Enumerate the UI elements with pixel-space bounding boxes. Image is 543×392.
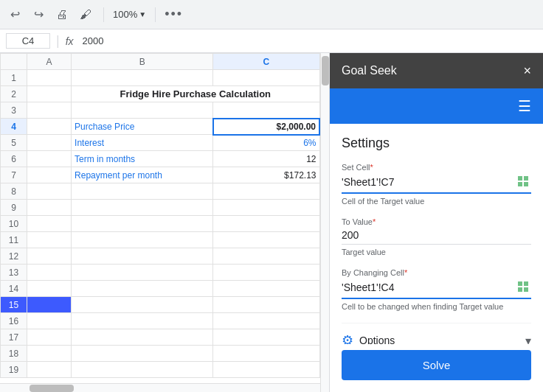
row-num-3: 3 <box>1 102 27 119</box>
row-num-2: 2 <box>1 86 27 102</box>
cell-a3[interactable] <box>27 102 72 119</box>
table-row: 7 Repayment per month $172.13 <box>1 167 320 183</box>
row-num-18: 18 <box>1 346 27 362</box>
cell-a2[interactable] <box>27 86 72 102</box>
set-cell-hint: Cell of the Target value <box>342 197 531 206</box>
by-changing-input-row <box>342 280 531 299</box>
set-cell-grid-icon[interactable] <box>516 175 531 189</box>
to-value-group: To Value* Target value <box>342 217 531 256</box>
set-cell-label: Set Cell* <box>342 163 531 172</box>
svg-rect-2 <box>518 182 522 186</box>
cell-b7[interactable]: Repayment per month <box>72 167 213 183</box>
table-row: 10 <box>1 216 320 232</box>
zoom-value: 100% <box>113 9 137 20</box>
table-row: 16 <box>1 313 320 329</box>
svg-rect-1 <box>524 176 528 181</box>
formula-bar: | fx <box>0 29 543 53</box>
toolbar-separator <box>103 7 104 22</box>
cell-c4[interactable]: $2,000.00 <box>213 119 319 135</box>
cell-a4[interactable] <box>27 119 72 135</box>
goal-seek-blue-bar: ☰ <box>330 88 543 124</box>
column-headers: A B C <box>1 54 320 70</box>
table-row: 4 Purchase Price $2,000.00 <box>1 119 320 135</box>
row-num-16: 16 <box>1 313 27 329</box>
options-row[interactable]: ⚙ Options ▾ <box>342 323 531 344</box>
table-row: 8 <box>1 183 320 200</box>
svg-rect-3 <box>524 182 528 186</box>
print-button[interactable]: 🖨 <box>53 6 71 24</box>
horizontal-scrollbar-thumb <box>30 385 74 392</box>
formula-bar-divider: | <box>56 33 60 49</box>
spreadsheet: A B C 1 2 Fridge Hire Purc <box>0 53 320 392</box>
formula-input[interactable] <box>83 35 537 46</box>
cell-b4[interactable]: Purchase Price <box>72 119 213 135</box>
svg-rect-0 <box>518 176 522 181</box>
undo-button[interactable]: ↩ <box>6 6 24 24</box>
goal-seek-title: Goal Seek <box>342 64 397 77</box>
paint-button[interactable]: 🖌 <box>77 6 94 24</box>
cell-c5[interactable]: 6% <box>213 135 319 151</box>
set-cell-input[interactable] <box>342 176 511 188</box>
table-row: 6 Term in months 12 <box>1 151 320 167</box>
toolbar: ↩ ↪ 🖨 🖌 100% ▼ ••• <box>0 0 543 29</box>
cell-b2-title[interactable]: Fridge Hire Purchase Calculation <box>72 86 319 102</box>
more-options-button[interactable]: ••• <box>165 7 183 22</box>
cell-a5[interactable] <box>27 135 72 151</box>
col-header-a[interactable]: A <box>27 54 72 70</box>
row-num-7: 7 <box>1 167 27 183</box>
cell-a6[interactable] <box>27 151 72 167</box>
by-changing-input[interactable] <box>342 281 511 293</box>
corner-header <box>1 54 27 70</box>
svg-rect-5 <box>524 281 528 286</box>
table-row: 17 <box>1 329 320 346</box>
horizontal-scrollbar[interactable] <box>0 383 320 392</box>
options-label: Options <box>359 335 395 344</box>
cell-b6[interactable]: Term in months <box>72 151 213 167</box>
fx-label: fx <box>66 35 74 47</box>
by-changing-group: By Changing Cell* Cell to be changed whe… <box>342 268 531 311</box>
col-header-c[interactable]: C <box>213 54 319 70</box>
table-row: 5 Interest 6% <box>1 135 320 151</box>
settings-title: Settings <box>342 136 531 151</box>
table-row: 12 <box>1 248 320 265</box>
hamburger-menu-icon[interactable]: ☰ <box>518 97 531 115</box>
table-row: 19 <box>1 362 320 378</box>
vertical-scrollbar[interactable] <box>320 53 329 392</box>
goal-seek-header: Goal Seek × <box>330 53 543 88</box>
cell-a1[interactable] <box>27 70 72 86</box>
table-row: 13 <box>1 265 320 281</box>
cell-a7[interactable] <box>27 167 72 183</box>
cell-reference[interactable] <box>6 33 50 49</box>
row-num-9: 9 <box>1 200 27 216</box>
cell-c7[interactable]: $172.13 <box>213 167 319 183</box>
table-row: 9 <box>1 200 320 216</box>
cell-b1[interactable] <box>72 70 213 86</box>
to-value-input[interactable] <box>342 229 531 241</box>
col-header-b[interactable]: B <box>72 54 213 70</box>
row-num-4: 4 <box>1 119 27 135</box>
row-num-10: 10 <box>1 216 27 232</box>
by-changing-hint: Cell to be changed when finding Target v… <box>342 302 531 311</box>
table-row: 2 Fridge Hire Purchase Calculation <box>1 86 320 102</box>
gear-icon: ⚙ <box>342 332 353 344</box>
svg-rect-4 <box>518 281 522 286</box>
row-num-5: 5 <box>1 135 27 151</box>
main-area: A B C 1 2 Fridge Hire Purc <box>0 53 543 392</box>
cell-c3[interactable] <box>213 102 319 119</box>
solve-button[interactable]: Solve <box>342 350 531 380</box>
cell-c1[interactable] <box>213 70 319 86</box>
table-row: 1 <box>1 70 320 86</box>
set-cell-group: Set Cell* Cell of the Target value <box>342 163 531 206</box>
redo-button[interactable]: ↪ <box>30 6 47 24</box>
cell-c6[interactable]: 12 <box>213 151 319 167</box>
close-button[interactable]: × <box>523 63 531 79</box>
table-row: 11 <box>1 232 320 248</box>
row-num-17: 17 <box>1 329 27 346</box>
cell-b5[interactable]: Interest <box>72 135 213 151</box>
by-changing-label: By Changing Cell* <box>342 268 531 277</box>
by-changing-grid-icon[interactable] <box>516 280 531 295</box>
vertical-scrollbar-thumb <box>322 56 329 85</box>
row-num-1: 1 <box>1 70 27 86</box>
zoom-control[interactable]: 100% ▼ <box>113 9 146 20</box>
cell-b3[interactable] <box>72 102 213 119</box>
